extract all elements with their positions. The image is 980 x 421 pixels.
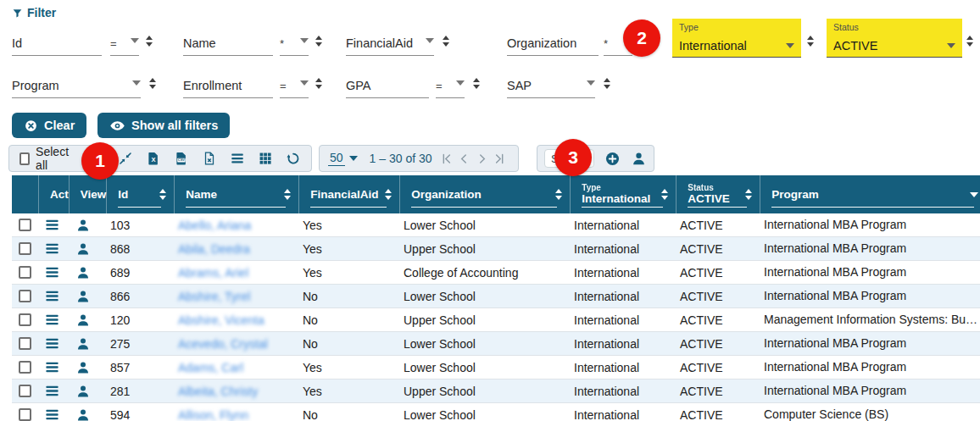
- last-page-icon[interactable]: [493, 152, 507, 166]
- row-view-profile[interactable]: [66, 285, 99, 307]
- header-id[interactable]: Id: [106, 175, 174, 213]
- filter-field-gpa[interactable]: GPA: [346, 66, 429, 98]
- compress-icon[interactable]: [118, 151, 133, 166]
- cell-type: International: [563, 356, 669, 379]
- sort-icon[interactable]: [159, 189, 166, 200]
- add-group-icon[interactable]: [604, 151, 621, 167]
- row-actions-menu[interactable]: [38, 237, 66, 260]
- show-all-filters-button[interactable]: Show all filters: [97, 113, 230, 138]
- row-actions-menu[interactable]: [38, 261, 66, 284]
- header-program[interactable]: Program: [760, 175, 980, 213]
- row-view-profile[interactable]: [66, 379, 99, 402]
- previous-page-icon[interactable]: [457, 152, 471, 166]
- row-checkbox[interactable]: [19, 219, 31, 231]
- row-actions-menu[interactable]: [38, 285, 66, 307]
- row-view-profile[interactable]: [66, 403, 99, 421]
- sort-toggle-type[interactable]: [807, 36, 814, 47]
- chevron-down-icon[interactable]: [349, 156, 358, 161]
- header-name[interactable]: Name: [174, 175, 298, 213]
- sort-icon[interactable]: [555, 189, 562, 200]
- filter-field-id[interactable]: Id: [12, 24, 102, 56]
- sort-icon[interactable]: [661, 189, 668, 200]
- header-status[interactable]: StatusACTIVE: [676, 175, 760, 213]
- first-page-icon[interactable]: [439, 152, 454, 166]
- refresh-icon[interactable]: [286, 151, 301, 166]
- cell-name-link[interactable]: Abshire, Vicenta: [167, 308, 292, 331]
- row-checkbox[interactable]: [19, 290, 31, 302]
- person-icon[interactable]: [631, 151, 647, 167]
- cell-name-link[interactable]: Abshire, Tyrel: [167, 285, 292, 307]
- header-organization[interactable]: Organization: [399, 175, 570, 213]
- csv-file-icon[interactable]: CSV: [174, 151, 189, 166]
- filter-field-enrollment[interactable]: Enrollment: [183, 66, 273, 98]
- row-checkbox[interactable]: [19, 361, 31, 374]
- cell-name-link[interactable]: Abila, Deedra: [167, 237, 292, 260]
- list-icon[interactable]: [230, 151, 245, 166]
- filter-op-enrollment[interactable]: =: [280, 66, 309, 98]
- sort-toggle-program[interactable]: [149, 78, 156, 89]
- chevron-down-icon[interactable]: [970, 192, 978, 197]
- spreadsheet-file-icon[interactable]: [202, 151, 217, 166]
- row-checkbox[interactable]: [19, 408, 31, 421]
- filter-op-id[interactable]: =: [110, 24, 139, 56]
- filter-field-sap[interactable]: SAP: [507, 66, 595, 98]
- sort-toggle-name[interactable]: [315, 36, 322, 47]
- select-all-checkbox[interactable]: [19, 152, 30, 165]
- row-actions-menu[interactable]: [38, 308, 66, 331]
- filter-field-program[interactable]: Program: [12, 66, 141, 98]
- row-actions-menu[interactable]: [38, 403, 66, 421]
- sort-toggle-status[interactable]: [966, 36, 973, 47]
- page-size-select[interactable]: 50: [328, 151, 345, 166]
- row-view-profile[interactable]: [66, 332, 99, 355]
- sort-toggle-gpa[interactable]: [473, 78, 480, 89]
- header-type[interactable]: TypeInternational: [570, 175, 676, 213]
- filter-op-gpa[interactable]: =: [436, 66, 465, 98]
- row-actions-menu[interactable]: [38, 356, 66, 379]
- sort-toggle-sap[interactable]: [604, 78, 610, 89]
- excel-file-icon[interactable]: X: [146, 151, 161, 166]
- filter-field-name[interactable]: Name: [183, 24, 273, 56]
- row-select-cell: [12, 237, 38, 260]
- cell-name-link[interactable]: Albeita, Christy: [167, 379, 292, 402]
- row-view-profile[interactable]: [66, 356, 99, 379]
- sort-icon[interactable]: [745, 189, 752, 200]
- filter-field-type[interactable]: Type International: [672, 19, 801, 58]
- row-view-profile[interactable]: [66, 308, 99, 331]
- header-financialaid[interactable]: FinancialAid: [298, 175, 399, 213]
- cell-financialaid: Yes: [292, 213, 393, 236]
- sort-icon[interactable]: [284, 189, 291, 200]
- row-checkbox[interactable]: [19, 313, 31, 326]
- cell-name-link[interactable]: Adams, Carl: [167, 356, 292, 379]
- row-checkbox[interactable]: [19, 266, 31, 279]
- row-view-profile[interactable]: [66, 237, 99, 260]
- sort-toggle-financialaid[interactable]: [443, 36, 449, 47]
- grid-icon[interactable]: [258, 151, 273, 166]
- sort-toggle-id[interactable]: [146, 36, 153, 47]
- next-page-icon[interactable]: [475, 152, 489, 166]
- cell-name-link[interactable]: Acevedo, Crystal: [167, 332, 292, 355]
- row-actions-menu[interactable]: [38, 332, 66, 355]
- row-view-profile[interactable]: [66, 261, 99, 284]
- row-view-profile[interactable]: [66, 213, 99, 236]
- cell-name-link[interactable]: Allison, Flynn: [167, 403, 292, 421]
- cell-organization: Upper School: [393, 237, 563, 260]
- row-actions-menu[interactable]: [38, 379, 66, 402]
- sort-icon[interactable]: [385, 189, 392, 200]
- cell-type: International: [563, 237, 669, 260]
- filter-field-organization[interactable]: Organization: [507, 24, 599, 56]
- row-actions-menu[interactable]: [38, 213, 66, 236]
- cell-name-link[interactable]: Abrams, Ariel: [167, 261, 292, 284]
- row-checkbox[interactable]: [19, 242, 31, 255]
- clear-button[interactable]: Clear: [12, 113, 86, 138]
- cell-program: International MBA Program: [753, 356, 980, 379]
- row-checkbox[interactable]: [19, 385, 31, 397]
- filter-field-financialaid[interactable]: FinancialAid: [346, 24, 434, 56]
- cell-name-link[interactable]: Abello, Ariana: [167, 213, 292, 236]
- sort-toggle-enrollment[interactable]: [315, 78, 322, 89]
- clear-button-label: Clear: [44, 119, 75, 132]
- filter-field-type-value: International: [679, 39, 747, 53]
- row-checkbox[interactable]: [19, 337, 31, 350]
- filter-field-status[interactable]: Status ACTIVE: [827, 19, 962, 58]
- filter-op-name[interactable]: *: [280, 24, 309, 56]
- filter-field-sap-label: SAP: [507, 79, 532, 92]
